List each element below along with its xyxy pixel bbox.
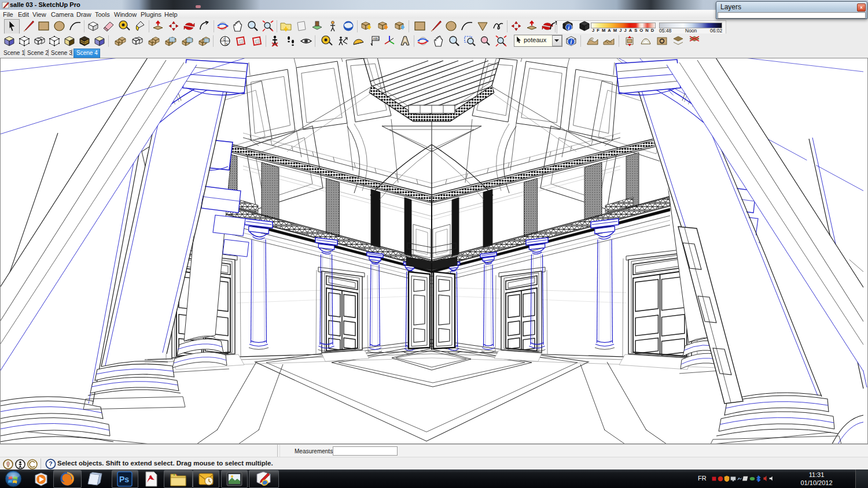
svg-text:i: i: [571, 39, 572, 45]
svg-text:ABC: ABC: [373, 37, 380, 40]
svg-text:Ps: Ps: [119, 475, 129, 484]
svg-text:S: S: [226, 42, 228, 46]
svg-text:?: ?: [49, 461, 52, 467]
svg-text:C: C: [223, 38, 226, 41]
